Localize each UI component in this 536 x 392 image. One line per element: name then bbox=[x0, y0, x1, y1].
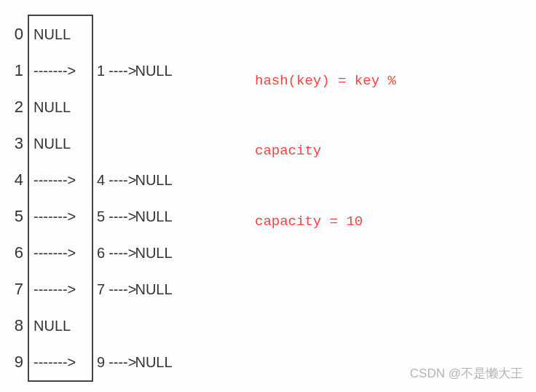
index-label: 1 bbox=[7, 52, 23, 89]
hash-formula: hash(key) = key % capacity capacity = 10 bbox=[255, 22, 396, 257]
chain-row bbox=[93, 125, 173, 162]
chain-row: 6 ----> NULL bbox=[93, 235, 173, 271]
index-label: 6 bbox=[7, 235, 23, 271]
chain-null: NULL bbox=[135, 281, 172, 298]
chain-null: NULL bbox=[135, 172, 172, 189]
index-label: 2 bbox=[7, 89, 23, 125]
formula-line: capacity = 10 bbox=[255, 210, 396, 233]
formula-line: capacity bbox=[255, 139, 396, 162]
chain-row: 9 ----> NULL bbox=[93, 344, 173, 380]
chain-value: 1 bbox=[97, 63, 105, 79]
chain-null: NULL bbox=[135, 245, 172, 262]
bucket-cell: NULL bbox=[29, 16, 92, 52]
chain-row bbox=[93, 89, 173, 125]
chain-null: NULL bbox=[135, 63, 172, 79]
chain-row: 5 ----> NULL bbox=[93, 198, 173, 235]
bucket-cell: NULL bbox=[29, 125, 92, 162]
chain-arrow: ----> bbox=[109, 208, 136, 225]
bucket-cell: -------> bbox=[29, 52, 92, 89]
bucket-cell: -------> bbox=[29, 271, 92, 307]
chain-arrow: ----> bbox=[109, 63, 136, 79]
chain-null: NULL bbox=[135, 208, 172, 225]
chain-arrow: ----> bbox=[109, 354, 136, 371]
chain-arrow: ----> bbox=[109, 172, 136, 189]
index-label: 4 bbox=[7, 162, 23, 198]
index-label: 9 bbox=[7, 344, 23, 380]
chain-row: 7 ----> NULL bbox=[93, 271, 173, 307]
chain-value: 6 bbox=[97, 245, 105, 262]
chain-column: 1 ----> NULL 4 ----> NULL 5 ----> NULL 6… bbox=[93, 16, 173, 380]
bucket-cell: -------> bbox=[29, 344, 92, 380]
formula-line: hash(key) = key % bbox=[255, 69, 396, 93]
index-label: 5 bbox=[7, 198, 23, 235]
index-label: 7 bbox=[7, 271, 23, 307]
bucket-cell: -------> bbox=[29, 198, 92, 235]
chain-row bbox=[93, 16, 173, 52]
chain-row: 4 ----> NULL bbox=[93, 162, 173, 198]
chain-value: 4 bbox=[97, 172, 105, 189]
index-label: 3 bbox=[7, 125, 23, 162]
chain-arrow: ----> bbox=[109, 281, 136, 298]
chain-arrow: ----> bbox=[109, 245, 136, 262]
bucket-cell: -------> bbox=[29, 235, 92, 271]
bucket-array: NULL -------> NULL NULL -------> -------… bbox=[28, 15, 93, 382]
bucket-cell: NULL bbox=[29, 89, 92, 125]
chain-row bbox=[93, 307, 173, 344]
chain-row: 1 ----> NULL bbox=[93, 52, 173, 89]
bucket-cell: -------> bbox=[29, 162, 92, 198]
chain-value: 7 bbox=[97, 281, 105, 298]
chain-null: NULL bbox=[135, 354, 172, 371]
index-label: 8 bbox=[7, 307, 23, 344]
index-label: 0 bbox=[7, 16, 23, 52]
chain-value: 9 bbox=[97, 354, 105, 371]
chain-value: 5 bbox=[97, 208, 105, 225]
bucket-cell: NULL bbox=[29, 307, 92, 344]
watermark: CSDN @不是懒大王 bbox=[410, 365, 523, 382]
table-area: 0 1 2 3 4 5 6 7 8 9 NULL -------> NULL N… bbox=[7, 15, 173, 382]
index-column: 0 1 2 3 4 5 6 7 8 9 bbox=[7, 16, 23, 380]
